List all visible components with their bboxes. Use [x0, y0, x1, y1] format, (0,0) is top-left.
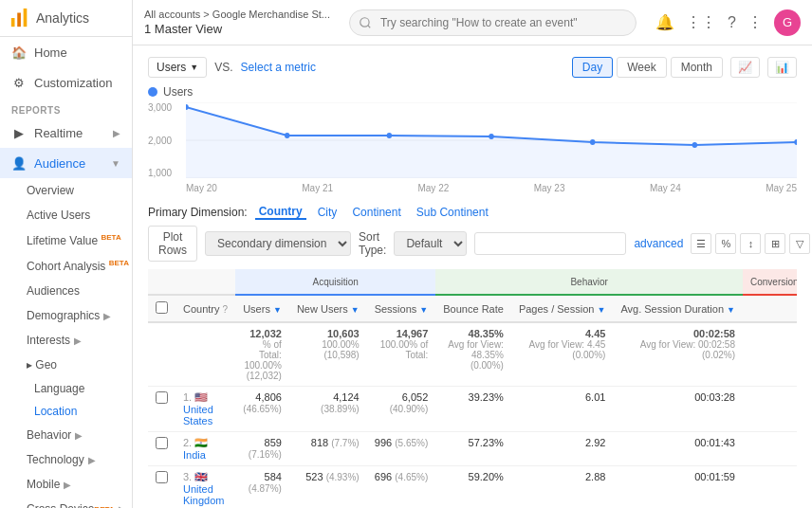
metric-selector[interactable]: Users ▼ — [148, 57, 207, 78]
filter-bar: Plot Rows Secondary dimension Sort Type:… — [148, 226, 797, 262]
country-info-icon[interactable]: ? — [223, 304, 229, 315]
svg-point-13 — [590, 139, 596, 145]
sidebar-item-customization[interactable]: ⚙ Customization — [0, 67, 132, 98]
x-label-may22: May 22 — [417, 183, 449, 193]
breadcrumb: All accounts > Google Merchandise St... — [144, 9, 330, 20]
row-checkbox-cell[interactable] — [148, 432, 175, 466]
country-link[interactable]: India — [183, 449, 206, 461]
row-transactions: 0 (0.00%) — [743, 466, 797, 509]
dim-city[interactable]: City — [314, 206, 341, 219]
row-checkbox-cell[interactable] — [148, 466, 175, 509]
advanced-link[interactable]: advanced — [634, 237, 683, 250]
sidebar-sub-cross-device[interactable]: Cross Device BETA▶ — [0, 497, 132, 508]
table-view-button[interactable]: ☰ — [691, 233, 711, 254]
comparison-view-button[interactable]: ↕ — [740, 233, 761, 254]
sidebar-sub-behavior[interactable]: Behavior ▶ — [0, 423, 132, 447]
sidebar-item-realtime[interactable]: ▶ Realtime ▶ — [0, 118, 132, 148]
sidebar-sub-lifetime-value[interactable]: Lifetime Value BETA — [0, 227, 132, 253]
dim-country[interactable]: Country — [255, 205, 306, 220]
row-checkbox[interactable] — [156, 391, 168, 404]
sidebar-sub-interests[interactable]: Interests ▶ — [0, 328, 132, 353]
sidebar-item-audience-label: Audience — [34, 156, 85, 171]
settings-icon[interactable]: ⋮ — [747, 13, 763, 31]
dimension-controls: Primary Dimension: Country City Continen… — [148, 205, 797, 220]
table-search[interactable] — [474, 232, 626, 255]
row-checkbox[interactable] — [156, 471, 168, 483]
total-avg-session: 00:02:58 Avg for View: 00:02:58 (0.02%) — [613, 322, 743, 387]
y-label-1000: 1,000 — [148, 168, 172, 178]
row-sessions: 996 (5.65%) — [367, 432, 436, 466]
svg-point-3 — [360, 17, 369, 26]
row-users: 859 (7.16%) — [235, 432, 289, 466]
table-search-input[interactable] — [474, 232, 626, 255]
sessions-header[interactable]: Sessions ▼ — [367, 295, 436, 322]
y-label-2000: 2,000 — [148, 136, 172, 146]
row-sessions: 696 (4.65%) — [367, 466, 436, 509]
column-group-row: Acquisition Behavior Conversions eCommer… — [148, 269, 797, 295]
select-metric-button[interactable]: Select a metric — [241, 61, 316, 74]
sessions-sort-icon: ▼ — [419, 305, 428, 315]
sidebar-sub-active-users[interactable]: Active Users — [0, 203, 132, 227]
topbar: All accounts > Google Merchandise St... … — [133, 0, 812, 45]
sidebar-sub-location[interactable]: Location — [0, 400, 132, 423]
row-checkbox[interactable] — [156, 437, 168, 449]
svg-rect-0 — [11, 18, 15, 27]
notifications-icon[interactable]: 🔔 — [655, 13, 674, 31]
help-icon[interactable]: ? — [728, 14, 736, 31]
plot-rows-button[interactable]: Plot Rows — [148, 226, 197, 262]
sidebar-sub-language[interactable]: Language — [0, 377, 132, 400]
sidebar-sub-overview[interactable]: Overview — [0, 178, 132, 203]
pivot-view-button[interactable]: ⊞ — [765, 233, 785, 254]
sidebar-sub-cohort[interactable]: Cohort Analysis BETA — [0, 253, 132, 279]
row-checkbox-cell[interactable] — [148, 387, 175, 432]
main-content: All accounts > Google Merchandise St... … — [133, 0, 812, 508]
total-sessions: 14,967 100.00% of Total: — [367, 322, 436, 387]
country-link[interactable]: United States — [183, 404, 213, 426]
sort-type-select[interactable]: Default — [394, 231, 467, 256]
transactions-header[interactable]: Transactions — [743, 295, 797, 322]
bounce-rate-header[interactable]: Bounce Rate — [435, 295, 511, 322]
audience-icon: 👤 — [11, 155, 27, 171]
funnel-view-button[interactable]: ▽ — [789, 233, 810, 254]
users-header[interactable]: Users ▼ — [235, 295, 289, 322]
row-bounce-rate: 59.20% — [435, 466, 511, 509]
line-chart-button[interactable]: 📈 — [730, 57, 760, 78]
vs-text: VS. — [214, 61, 232, 74]
total-checkbox-cell — [148, 322, 175, 387]
dim-sub-continent[interactable]: Sub Continent — [413, 206, 492, 219]
sidebar-sub-demographics[interactable]: Demographics ▶ — [0, 303, 132, 328]
select-all-checkbox[interactable] — [156, 301, 168, 314]
view-selector[interactable]: 1 Master View — [144, 22, 330, 36]
sidebar-nav: 🏠 Home ⚙ Customization REPORTS ▶ Realtim… — [0, 37, 132, 508]
row-number: 3. — [183, 471, 192, 482]
search-input[interactable] — [349, 9, 637, 36]
search-bar[interactable] — [349, 9, 637, 36]
period-day-button[interactable]: Day — [572, 57, 613, 78]
period-month-button[interactable]: Month — [671, 57, 723, 78]
row-pages-session: 2.88 — [511, 466, 613, 509]
apps-icon[interactable]: ⋮⋮ — [686, 13, 716, 31]
sidebar-item-audience[interactable]: 👤 Audience ▼ — [0, 148, 132, 178]
users-sort-icon: ▼ — [273, 305, 282, 315]
sidebar-sub-technology[interactable]: Technology ▶ — [0, 447, 132, 472]
svg-line-4 — [368, 25, 371, 27]
sidebar-sub-audiences[interactable]: Audiences — [0, 279, 132, 303]
data-table-wrapper: Acquisition Behavior Conversions eCommer… — [148, 269, 797, 508]
sidebar-item-home[interactable]: 🏠 Home — [0, 37, 132, 67]
user-avatar[interactable]: G — [774, 9, 801, 36]
secondary-dimension-select[interactable]: Secondary dimension — [205, 231, 351, 256]
sidebar-sub-geo[interactable]: ▸ Geo — [0, 353, 132, 377]
pages-session-header[interactable]: Pages / Session ▼ — [511, 295, 613, 322]
percentage-view-button[interactable]: % — [715, 233, 736, 254]
period-week-button[interactable]: Week — [617, 57, 666, 78]
row-avg-session: 00:01:59 — [613, 466, 743, 509]
dim-continent[interactable]: Continent — [348, 206, 404, 219]
new-users-header[interactable]: New Users ▼ — [289, 295, 367, 322]
row-number: 1. — [183, 391, 192, 403]
avg-session-header[interactable]: Avg. Session Duration ▼ — [613, 295, 743, 322]
sidebar-sub-mobile[interactable]: Mobile ▶ — [0, 472, 132, 497]
country-link[interactable]: United Kingdom — [183, 483, 224, 506]
select-all-header[interactable] — [148, 295, 175, 322]
metric-label: Users — [157, 61, 186, 74]
bar-chart-button[interactable]: 📊 — [767, 57, 797, 78]
